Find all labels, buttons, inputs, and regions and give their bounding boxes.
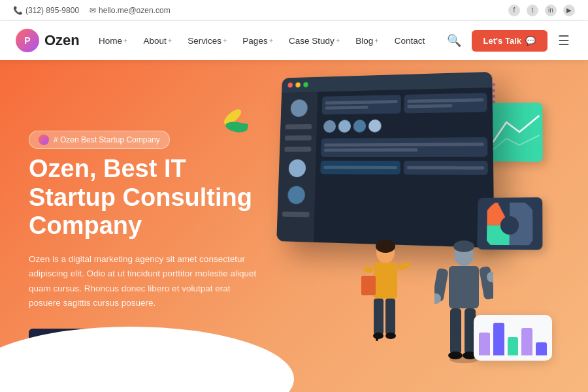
email-icon: ✉ [90, 6, 96, 15]
logo[interactable]: P Ozen [16, 29, 80, 52]
nav-home-plus: + [123, 37, 127, 44]
decorative-leaf-green [225, 120, 248, 134]
monitor-content [276, 88, 494, 248]
card-line-6 [324, 148, 418, 152]
nav-contact[interactable]: Contact [388, 32, 432, 50]
sidebar-avatar-1 [290, 99, 308, 117]
nav-home[interactable]: Home + [92, 32, 134, 50]
topbar-contact: 📞 (312) 895-9800 ✉ hello.me@ozen.com [13, 6, 171, 15]
svg-rect-18 [449, 266, 479, 308]
svg-rect-10 [361, 276, 376, 295]
svg-rect-12 [385, 299, 395, 335]
hero-title: Ozen, Best IT Startup Consulting Company [29, 155, 264, 240]
facebook-icon[interactable]: f [508, 5, 520, 16]
card-line-5 [324, 142, 484, 146]
topbar: 📞 (312) 895-9800 ✉ hello.me@ozen.com f t… [0, 0, 588, 21]
sidebar-bar-4 [282, 212, 310, 218]
monitor-row-2 [321, 137, 487, 157]
svg-rect-15 [376, 336, 378, 341]
nav-case-study[interactable]: Case Study + [282, 32, 346, 50]
card-line-7 [323, 166, 397, 169]
svg-rect-20 [479, 266, 493, 300]
av-4 [368, 120, 382, 133]
monitor-card-5 [403, 161, 487, 175]
monitor-card-3 [321, 137, 487, 157]
sidebar-bar-1 [285, 124, 312, 129]
monitor-sidebar [276, 91, 318, 242]
nav-services-plus: + [223, 37, 227, 44]
tb-green [303, 82, 308, 88]
hero-description: Ozen is a digital marketing agency sit a… [29, 252, 264, 310]
nav-services-label: Services [188, 36, 221, 46]
card-line-3 [407, 98, 483, 103]
card-line-1 [325, 100, 397, 105]
monitor-card-2 [404, 93, 487, 113]
nav-services[interactable]: Services + [181, 32, 233, 50]
nav-pages-label: Pages [242, 36, 267, 46]
svg-point-4 [500, 216, 519, 235]
nav-pages[interactable]: Pages + [236, 32, 280, 50]
svg-rect-9 [397, 261, 412, 270]
nav-about-label: About [143, 36, 166, 46]
twitter-icon[interactable]: t [527, 5, 538, 16]
card-line-8 [406, 166, 484, 170]
hamburger-button[interactable]: ☰ [555, 30, 572, 51]
nav-home-label: Home [99, 36, 122, 46]
hero-illustration [274, 73, 588, 387]
sidebar-bar-3 [284, 147, 311, 152]
sidebar-bar-2 [285, 135, 312, 140]
nav-blog-label: Blog [355, 36, 373, 46]
header-actions: 🔍 Let's Talk 💬 ☰ [444, 30, 572, 52]
lets-talk-label: Let's Talk [483, 36, 521, 46]
linkedin-icon[interactable]: in [545, 5, 557, 16]
lets-talk-icon: 💬 [525, 36, 536, 46]
svg-point-14 [385, 333, 396, 339]
read-more-arrow: → [97, 336, 107, 348]
search-button[interactable]: 🔍 [444, 31, 464, 50]
tb-red [287, 82, 293, 88]
nav-blog[interactable]: Blog + [349, 32, 385, 50]
bottom-bar-chart [474, 315, 552, 361]
nav-case-study-plus: + [336, 37, 340, 44]
nav-blog-plus: + [374, 37, 378, 44]
svg-point-6 [376, 240, 395, 253]
nav-pages-plus: + [269, 37, 273, 44]
email-info: ✉ hello.me@ozen.com [90, 6, 171, 15]
email-address: hello.me@ozen.com [99, 6, 171, 15]
phone-icon: 📞 [13, 6, 23, 15]
lets-talk-button[interactable]: Let's Talk 💬 [472, 30, 547, 52]
read-more-label: Read More [44, 337, 91, 348]
svg-rect-23 [450, 308, 461, 354]
read-more-button[interactable]: Read More → [29, 329, 123, 356]
hero-badge: # Ozen Best Startup Company [29, 131, 170, 149]
monitor-row-1 [322, 93, 487, 114]
logo-icon: P [16, 29, 39, 52]
badge-text: # Ozen Best Startup Company [54, 135, 160, 144]
pie-chart-svg [487, 203, 532, 245]
bar-5 [536, 342, 547, 355]
phone-info: 📞 (312) 895-9800 [13, 6, 79, 15]
decorative-leaf-bottom [202, 354, 221, 370]
person-female [359, 237, 412, 354]
youtube-icon[interactable]: ▶ [563, 5, 575, 16]
bar-3 [508, 337, 519, 355]
monitor-main-area [314, 88, 495, 248]
main-nav: Home + About + Services + Pages + Case S… [92, 32, 431, 50]
social-links: f t in ▶ [508, 5, 575, 16]
tb-yellow [295, 82, 301, 88]
avatar-row [321, 116, 487, 135]
logo-text: Ozen [44, 32, 80, 49]
nav-about-plus: + [168, 37, 172, 44]
sidebar-avatar-2 [288, 159, 306, 177]
card-line-2 [325, 106, 368, 110]
bar-2 [493, 323, 504, 355]
svg-point-17 [453, 240, 474, 252]
sidebar-avatar-3 [287, 186, 305, 204]
nav-about[interactable]: About + [137, 32, 178, 50]
svg-rect-11 [374, 299, 384, 335]
av-3 [353, 120, 367, 133]
bar-1 [479, 333, 490, 355]
bar-4 [521, 328, 532, 355]
nav-case-study-label: Case Study [289, 36, 335, 46]
hero-content: Ozen, Best IT Startup Consulting Company… [29, 155, 264, 356]
